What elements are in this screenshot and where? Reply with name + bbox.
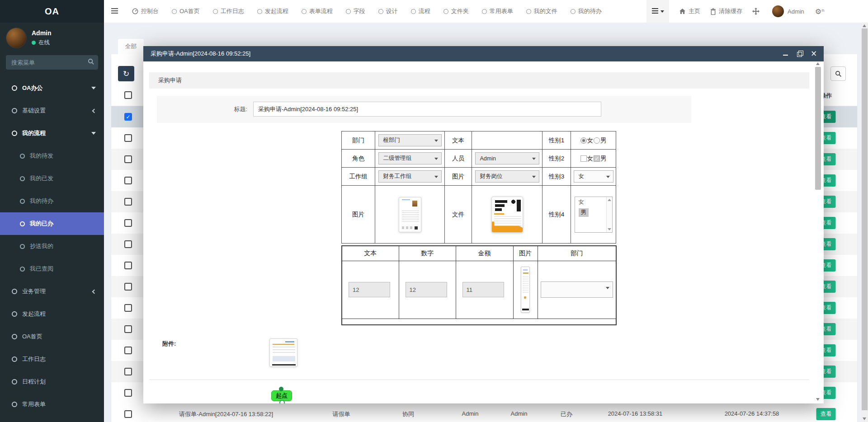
tab-dashboard[interactable]: 控制台 xyxy=(132,7,159,15)
sidebar-item-common-forms[interactable]: 常用表单 xyxy=(0,393,104,416)
picture-thumbnail[interactable] xyxy=(399,197,421,232)
scroll-down-icon[interactable] xyxy=(816,398,820,401)
menu-icon[interactable] xyxy=(111,6,120,16)
file-label: 文件 xyxy=(445,186,472,244)
sidebar-item-my-done[interactable]: 我的已办 xyxy=(0,212,104,235)
dialog-titlebar[interactable]: 采购申请-Admin[2024-08-16 09:52:25] × xyxy=(143,46,824,61)
scroll-down-icon[interactable] xyxy=(863,417,866,420)
row-checkbox[interactable] xyxy=(124,177,132,184)
row-checkbox[interactable] xyxy=(124,134,132,142)
tab-my-todo[interactable]: 我的待办 xyxy=(571,7,602,15)
row-checkbox[interactable] xyxy=(124,368,132,375)
role-select[interactable]: 二级管理组 xyxy=(378,152,442,164)
refresh-button[interactable]: ↻ xyxy=(118,66,134,81)
scroll-up-icon[interactable] xyxy=(816,62,820,65)
gender1-radio-male[interactable] xyxy=(594,137,600,144)
tab-flow[interactable]: 流程 xyxy=(411,7,430,15)
scroll-up-icon[interactable] xyxy=(863,24,866,27)
home-button[interactable]: 主页 xyxy=(679,7,700,15)
row-checkbox[interactable] xyxy=(124,240,132,248)
sidebar-item-start-flow[interactable]: 发起流程 xyxy=(0,303,104,325)
view-button[interactable]: 查看 xyxy=(816,408,836,420)
grid-number-input[interactable] xyxy=(406,282,447,297)
row-checkbox[interactable]: ✓ xyxy=(124,113,132,121)
sidebar-item-work-log[interactable]: 工作日志 xyxy=(0,348,104,370)
attachment-thumbnail[interactable] xyxy=(269,338,297,367)
select-all-checkbox[interactable] xyxy=(124,91,132,99)
sidebar-item-cc-me[interactable]: 抄送我的 xyxy=(0,235,104,258)
tab-form-flow[interactable]: 表单流程 xyxy=(302,7,333,15)
dialog-scrollbar-thumb[interactable] xyxy=(815,67,821,190)
listbox-scrollbar[interactable] xyxy=(606,197,612,232)
sidebar-item-my-read[interactable]: 我已查阅 xyxy=(0,258,104,280)
tab-all[interactable]: 全部 xyxy=(118,39,144,54)
grid-header-dept: 部门 xyxy=(538,246,616,261)
row-checkbox[interactable] xyxy=(124,283,132,291)
dept-select[interactable]: 根部门 xyxy=(378,134,442,146)
grid-image-thumbnail[interactable] xyxy=(521,267,530,313)
grid-dept-select[interactable] xyxy=(541,281,613,298)
gender1-radio-female[interactable] xyxy=(580,137,587,144)
file-thumbnail[interactable] xyxy=(491,197,523,233)
tab-start-flow[interactable]: 发起流程 xyxy=(257,7,288,15)
table-search-button[interactable] xyxy=(830,66,846,81)
text-field-empty[interactable] xyxy=(472,131,542,150)
scrollbar-thumb[interactable] xyxy=(862,28,868,410)
sidebar-item-oa-office[interactable]: OA办公 xyxy=(0,77,104,99)
user-menu[interactable]: Admin xyxy=(772,5,804,17)
row-checkbox[interactable] xyxy=(124,262,132,269)
minimize-icon[interactable] xyxy=(782,50,789,57)
gender2-checkbox-male[interactable]: ✓ xyxy=(594,155,600,162)
title-field-input[interactable] xyxy=(253,102,601,117)
row-checkbox[interactable] xyxy=(124,219,132,227)
user-name: Admin xyxy=(32,29,52,37)
tab-folder[interactable]: 文件夹 xyxy=(443,7,469,15)
fullscreen-button[interactable] xyxy=(752,8,762,15)
scroll-down-icon[interactable] xyxy=(608,228,611,230)
gender4-listbox[interactable]: 女 男 xyxy=(575,197,613,233)
tab-oa-home[interactable]: OA首页 xyxy=(172,7,200,15)
page-scrollbar[interactable] xyxy=(861,23,868,422)
row-checkbox[interactable] xyxy=(124,155,132,163)
tab-common-forms[interactable]: 常用表单 xyxy=(482,7,513,15)
tab-work-log[interactable]: 工作日志 xyxy=(213,7,244,15)
sidebar-item-my-tosend[interactable]: 我的待发 xyxy=(0,145,104,167)
dashboard-icon xyxy=(132,8,138,14)
list-menu-toggle[interactable] xyxy=(646,0,669,23)
sidebar-item-my-sent[interactable]: 我的已发 xyxy=(0,167,104,190)
tab-fields[interactable]: 字段 xyxy=(346,7,365,15)
table-row-leave-form[interactable]: 请假单-Admin[2024-07-16 13:58:22] 请假单 协同 Ad… xyxy=(111,403,857,422)
gear-icon[interactable]: ⚙ⁿ xyxy=(815,7,825,16)
gender3-select[interactable]: 女 xyxy=(574,170,613,183)
search-input[interactable] xyxy=(6,55,98,70)
row-checkbox[interactable] xyxy=(124,304,132,312)
sidebar-item-my-flows[interactable]: 我的流程 xyxy=(0,122,104,145)
tab-my-files[interactable]: 我的文件 xyxy=(526,7,557,15)
position-select[interactable]: 财务岗位 xyxy=(475,170,539,183)
row-checkbox[interactable] xyxy=(124,410,132,418)
sidebar-item-schedule[interactable]: 日程计划 xyxy=(0,370,104,393)
clear-cache-button[interactable]: 清除缓存 xyxy=(710,7,742,15)
gender2-checkbox-female[interactable] xyxy=(580,155,587,162)
sidebar-item-my-todo[interactable]: 我的待办 xyxy=(0,190,104,212)
grid-text-input[interactable] xyxy=(349,282,390,297)
sidebar-item-basic-settings[interactable]: 基础设置 xyxy=(0,99,104,122)
search-icon[interactable] xyxy=(86,58,95,66)
row-checkbox[interactable] xyxy=(124,325,132,333)
row-checkbox[interactable] xyxy=(124,389,132,397)
close-icon[interactable]: × xyxy=(810,50,817,57)
row-checkbox[interactable] xyxy=(124,347,132,354)
row-checkbox[interactable] xyxy=(124,198,132,206)
scroll-up-icon[interactable] xyxy=(608,199,611,201)
sidebar-item-business-mgmt[interactable]: 业务管理 xyxy=(0,280,104,303)
maximize-icon[interactable] xyxy=(796,50,803,57)
tab-design[interactable]: 设计 xyxy=(378,7,398,15)
grid-amount-input[interactable] xyxy=(462,282,504,297)
workgroup-select[interactable]: 财务工作组 xyxy=(378,170,442,183)
user-status: 在线 xyxy=(32,39,52,47)
chevron-down-icon xyxy=(660,10,664,13)
sidebar-item-oa-home[interactable]: OA首页 xyxy=(0,325,104,348)
person-select[interactable]: Admin xyxy=(475,152,539,164)
circle-icon xyxy=(20,267,25,272)
flow-start-node[interactable]: 起点 xyxy=(271,390,292,401)
